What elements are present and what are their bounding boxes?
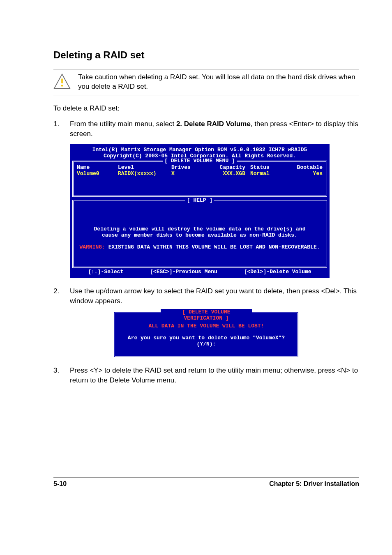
step-body: Press <Y> to delete the RAID set and ret… (70, 366, 359, 385)
cell-name: Volume0 (77, 170, 118, 177)
svg-point-2 (61, 85, 63, 86)
bios-help-label: [ HELP ] (185, 197, 214, 203)
dialog-prompt[interactable]: Are you sure you want to delete volume "… (121, 335, 292, 347)
col-status: Status (250, 164, 287, 170)
step-number: 3. (53, 366, 70, 385)
step-3: 3. Press <Y> to delete the RAID set and … (53, 366, 359, 385)
cell-drives: X (171, 170, 208, 177)
intro-text: To delete a RAID set: (53, 104, 359, 113)
section-heading: Deleting a RAID set (53, 49, 359, 61)
step-text-pre: From the utility main menu, select (70, 120, 176, 128)
svg-rect-1 (61, 78, 63, 83)
footer-del: [<Del>]-Delete Volume (244, 269, 311, 275)
step-body: Use the up/down arrow key to select the … (70, 286, 359, 306)
footer-prev: [<ESC>]-Previous Menu (150, 269, 217, 275)
bios-confirm-dialog: [ DELETE VOLUME VERIFICATION ] ALL DATA … (114, 312, 299, 357)
step-body: From the utility main menu, select 2. De… (70, 119, 359, 139)
bios-menu-label: [ DELETE VOLUME MENU ] (163, 158, 237, 164)
step-1: 1. From the utility main menu, select 2.… (53, 119, 359, 139)
step-number: 2. (53, 286, 70, 306)
col-bootable: Bootable (287, 164, 323, 170)
step-text-bold: 2. Delete RAID Volume (176, 120, 251, 128)
caution-text: Take caution when deleting a RAID set. Y… (78, 73, 359, 92)
step-2: 2. Use the up/down arrow key to select t… (53, 286, 359, 306)
col-capacity: Capacity (208, 164, 250, 170)
bios-screen: Intel(R) Matrix Storage Manager Option R… (70, 144, 330, 278)
cell-status: Normal (250, 170, 287, 177)
caution-icon (53, 73, 73, 92)
dialog-warning: ALL DATA IN THE VOLUME WILL BE LOST! (121, 323, 292, 329)
bios-data-row[interactable]: Volume0 RAIDX(xxxxx) X XXX.XGB Normal Ye… (77, 170, 323, 177)
bios-header-row: Name Level Drives Capacity Status Bootab… (77, 164, 323, 170)
footer-select: [↑↓]-Select (88, 269, 123, 275)
page-footer: 5-10 Chapter 5: Driver installation (53, 477, 359, 488)
cell-capacity: XXX.XGB (208, 170, 250, 177)
bios-warning: WARNING: EXISTING DATA WITHIN THIS VOLUM… (79, 244, 320, 250)
bios-footer: [↑↓]-Select [<ESC>]-Previous Menu [<Del>… (72, 268, 327, 276)
warn-prefix: WARNING: (79, 244, 105, 250)
col-name: Name (77, 164, 118, 170)
page-number: 5-10 (53, 480, 67, 488)
chapter-title: Chapter 5: Driver installation (269, 480, 359, 488)
cell-level: RAIDX(xxxxx) (118, 170, 171, 177)
bios-delete-menu: [ DELETE VOLUME MENU ] Name Level Drives… (72, 161, 327, 197)
step-number: 1. (53, 119, 70, 139)
help-line-1: Deleting a volume will destroy the volum… (79, 226, 320, 232)
bios-help-panel: [ HELP ] Deleting a volume will destroy … (72, 200, 327, 268)
cell-bootable: Yes (287, 170, 323, 177)
caution-block: Take caution when deleting a RAID set. Y… (53, 69, 359, 95)
col-level: Level (118, 164, 171, 170)
dialog-label: [ DELETE VOLUME VERIFICATION ] (161, 309, 252, 321)
warn-text: EXISTING DATA WITHIN THIS VOLUME WILL BE… (105, 244, 320, 250)
col-drives: Drives (171, 164, 208, 170)
bios-title-1: Intel(R) Matrix Storage Manager Option R… (72, 147, 327, 153)
help-line-2: cause any member disks to become availab… (79, 232, 320, 238)
